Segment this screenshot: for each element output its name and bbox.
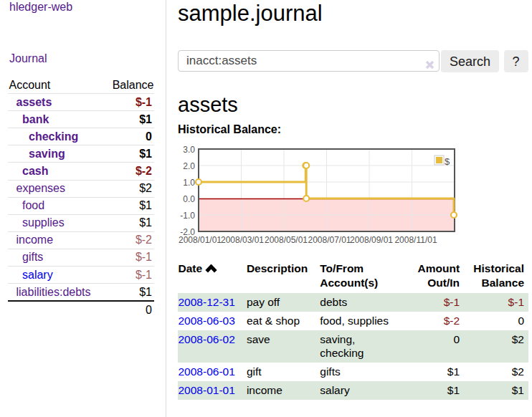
svg-text:2008/11/01: 2008/11/01	[394, 235, 437, 245]
svg-text:2008/03/01: 2008/03/01	[221, 235, 264, 245]
svg-text:3.0: 3.0	[183, 145, 195, 155]
svg-text:2.0: 2.0	[183, 161, 195, 171]
svg-text:2008/07/01: 2008/07/01	[308, 235, 351, 245]
svg-text:2008/09/01: 2008/09/01	[350, 235, 393, 245]
svg-text:2008/01/01: 2008/01/01	[179, 235, 222, 245]
svg-text:0.0: 0.0	[183, 194, 195, 204]
svg-text:$: $	[445, 156, 450, 167]
svg-text:2008/05/01: 2008/05/01	[265, 235, 308, 245]
svg-text:1.0: 1.0	[183, 178, 195, 188]
svg-text:-1.0: -1.0	[180, 211, 195, 221]
